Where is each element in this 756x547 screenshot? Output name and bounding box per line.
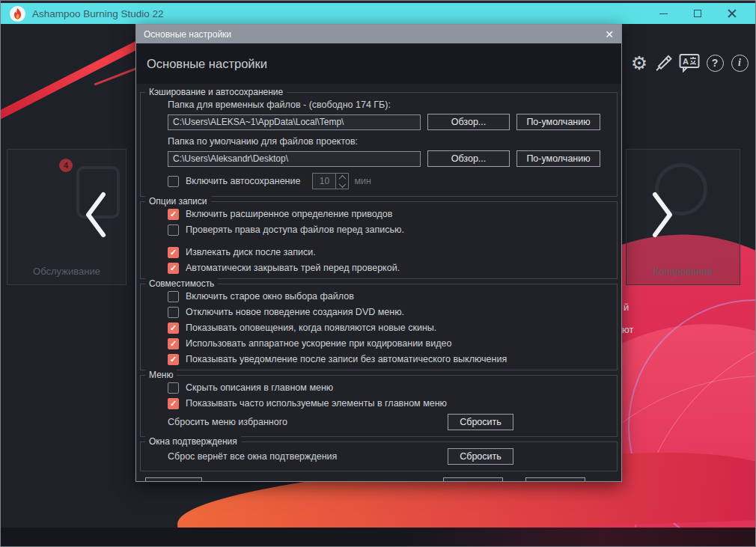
checkbox-row[interactable]: Автоматически закрывать трей перед прове… <box>168 262 611 274</box>
translate-icon[interactable]: A <box>677 52 701 74</box>
project-folder-input[interactable] <box>168 151 421 167</box>
group-confirmations: Окна подтверждения Сброс вернёт все окна… <box>140 441 618 471</box>
maximize-icon <box>694 10 701 17</box>
chevron-right-icon[interactable] <box>649 192 676 238</box>
bg-text-fragment: й <box>624 302 629 313</box>
window-title: Ashampoo Burning Studio 22 <box>32 8 164 19</box>
app-logo-flame-icon <box>10 6 25 22</box>
checkbox[interactable] <box>168 291 179 302</box>
help-button[interactable]: Помощь <box>145 477 202 481</box>
app-window: Ashampoo Burning Studio 22 ⚙ <box>0 0 756 547</box>
minimize-icon <box>659 13 668 14</box>
checkbox-row[interactable]: Отключить новое поведение создания DVD м… <box>168 306 611 318</box>
reset-favorites-button[interactable]: Сбросить <box>448 414 513 430</box>
project-default-button[interactable]: По-умолчанию <box>516 150 600 167</box>
group-compatibility-legend: Совместимость <box>145 278 218 289</box>
dialog-header-title: Основные настройки <box>136 43 621 84</box>
autosave-minutes-stepper[interactable] <box>336 173 349 189</box>
temp-default-button[interactable]: По-умолчанию <box>516 114 600 130</box>
group-compatibility: Совместимость Включить старое окно выбор… <box>140 284 618 370</box>
skin-brush-icon[interactable] <box>651 52 675 74</box>
info-icon[interactable]: i <box>728 52 752 74</box>
stepper-down-icon[interactable] <box>336 181 348 189</box>
checkbox-row[interactable]: Включить старое окно выбора файлов <box>168 290 611 302</box>
checkbox[interactable] <box>168 354 179 365</box>
bg-bottom-strip <box>1 528 755 546</box>
svg-text:A: A <box>683 57 689 66</box>
help-icon[interactable]: ? <box>703 52 727 74</box>
checkbox-row[interactable]: Проверять права доступа файлов перед зап… <box>168 224 611 236</box>
checkbox[interactable] <box>168 209 179 220</box>
window-controls <box>646 4 749 23</box>
project-folder-label: Папка по умолчанию для файлов проектов: <box>168 136 611 148</box>
group-confirmations-legend: Окна подтверждения <box>145 436 241 447</box>
temp-browse-button[interactable]: Обзор... <box>427 114 510 130</box>
cancel-button[interactable]: Отмена <box>525 477 585 481</box>
project-browse-button[interactable]: Обзор... <box>427 150 510 167</box>
tile-copy-label: Копирование <box>627 266 740 277</box>
checkbox[interactable] <box>168 338 179 349</box>
dialog-close-icon[interactable]: ✕ <box>605 29 614 40</box>
group-menu-legend: Меню <box>145 370 177 380</box>
temp-folder-label: Папка для временных файлов - (свободно 1… <box>168 100 611 111</box>
notification-badge: 4 <box>59 159 73 172</box>
autosave-checkbox[interactable] <box>168 176 179 187</box>
temp-folder-input[interactable] <box>168 114 421 130</box>
group-burn-legend: Опции записи <box>145 196 211 207</box>
settings-dialog: Основные настройки ✕ Основные настройки … <box>135 24 622 482</box>
checkbox[interactable] <box>168 382 179 394</box>
dialog-footer: Помощь OK Отмена <box>145 477 612 481</box>
checkbox[interactable] <box>168 263 179 274</box>
dialog-title: Основные настройки <box>144 29 231 40</box>
autosave-minutes-value[interactable]: 10 <box>312 173 336 189</box>
dialog-body: Кэширование и автосохранение Папка для в… <box>136 84 621 481</box>
tile-copy[interactable]: Копирование <box>626 149 740 285</box>
tile-maintenance[interactable]: 4 Обслуживание <box>7 149 126 285</box>
reset-confirmations-label: Сброс вернёт все окна подтверждения <box>168 451 337 462</box>
checkbox[interactable] <box>168 307 179 318</box>
ok-button[interactable]: OK <box>443 477 503 481</box>
maximize-button[interactable] <box>680 4 715 23</box>
checkbox[interactable] <box>168 323 179 334</box>
checkbox-row[interactable]: Включить расширенное определение приводо… <box>168 208 611 220</box>
group-burn-options: Опции записи Включить расширенное опреде… <box>140 201 618 279</box>
tile-maintenance-label: Обслуживание <box>7 266 126 277</box>
checkbox-row[interactable]: Скрыть описания в главном меню <box>168 382 611 394</box>
reset-favorites-label: Сбросить меню избранного <box>168 417 287 427</box>
group-caching: Кэширование и автосохранение Папка для в… <box>140 92 618 197</box>
checkbox-row[interactable]: Показывать уведомление после записи без … <box>168 353 611 365</box>
checkbox-row[interactable]: Показывать оповещения, когда появляются … <box>168 322 611 334</box>
close-icon <box>728 9 737 18</box>
close-button[interactable] <box>715 4 749 23</box>
checkbox-row[interactable]: Показывать часто используемые элементы в… <box>168 397 611 409</box>
settings-gear-icon[interactable]: ⚙ <box>627 52 651 74</box>
checkbox[interactable] <box>168 224 179 236</box>
checkbox[interactable] <box>168 247 179 258</box>
group-caching-legend: Кэширование и автосохранение <box>145 87 287 97</box>
reset-confirmations-button[interactable]: Сбросить <box>448 448 513 465</box>
minimize-button[interactable] <box>646 4 680 23</box>
os-titlebar: Ashampoo Burning Studio 22 <box>1 3 755 24</box>
checkbox-row[interactable]: Использовать аппаратное ускорение при ко… <box>168 337 611 349</box>
autosave-unit-label: мин <box>354 176 371 186</box>
checkbox-row[interactable]: Извлекать диск после записи. <box>168 246 611 258</box>
group-menu: Меню Скрыть описания в главном меню Пока… <box>140 375 618 437</box>
checkbox[interactable] <box>168 398 179 409</box>
chevron-left-icon[interactable] <box>82 192 109 238</box>
dialog-titlebar[interactable]: Основные настройки ✕ <box>136 25 621 43</box>
bg-text-fragment: ют <box>622 324 633 335</box>
autosave-label: Включить автосохранение <box>186 176 300 186</box>
